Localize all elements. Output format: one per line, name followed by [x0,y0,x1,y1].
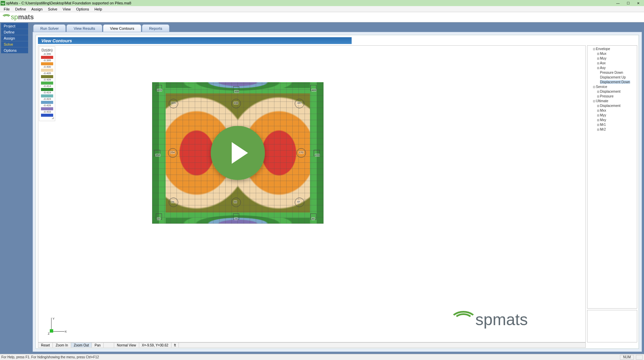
tree-node[interactable]: ⊟Ultimate⊞Displacement⊞Mxx⊞Myy⊞Mxy⊞Mr1⊞M… [593,99,636,132]
tree-toggle-icon[interactable]: ⊞ [597,61,600,66]
tab-view-contours[interactable]: View Contours [103,24,141,32]
tree-node[interactable]: ⊟Envelope⊞Mux⊞Muy⊞Asx⊞Asy Pressure Down … [593,47,636,85]
tree-leaf[interactable]: ⊞Asy [597,66,636,70]
axis-x-label: X [65,330,67,333]
close-button[interactable]: ✕ [633,0,643,6]
tree-label: Service [596,85,607,89]
menu-help[interactable]: Help [92,7,105,12]
node-label: 273 [315,154,320,157]
app-icon: sp [1,1,5,5]
panel-title: View Contours [38,37,352,44]
nav-define[interactable]: Define [1,29,28,35]
contour-plot[interactable]: 4294384472542707988974714884892522732728… [152,82,324,224]
status-help-text: For Help, press F1. For hiding/showing t… [1,355,99,359]
tree-toggle-icon[interactable]: ⊞ [597,108,600,113]
menu-define[interactable]: Define [13,7,29,12]
tree-toggle-icon[interactable]: ⊞ [597,122,600,127]
tree-leaf[interactable]: Pressure Down [597,70,636,75]
menu-view[interactable]: View [60,7,74,12]
nav-assign[interactable]: Assign [1,35,28,41]
node-label: 49 [311,217,315,220]
watermark-prefix: sp [475,311,493,329]
tab-view-results[interactable]: View Results [66,24,102,32]
legend-value: -0.419 [40,91,55,94]
legend-title: Dz(dn) [40,47,55,52]
menu-options[interactable]: Options [74,7,92,12]
zoom-in-button[interactable]: Zoom In [53,343,71,347]
tree-toggle-icon[interactable]: ⊟ [593,85,596,89]
tree-toggle-icon[interactable]: ⊟ [593,47,596,51]
tree-leaf[interactable]: ⊞Mr1 [597,122,636,127]
legend-resize-grip-icon[interactable]: ◢ [40,117,55,119]
tree-toggle-icon[interactable]: ⊞ [597,66,600,70]
pan-button[interactable]: Pan [92,343,104,347]
tree-toggle-icon[interactable]: ⊟ [593,99,596,104]
legend-row: -0.400 [40,65,55,72]
normal-view-button[interactable]: Normal View [114,343,139,347]
tab-run-solver[interactable]: Run Solver [33,24,66,32]
tree-toggle-icon[interactable]: ⊞ [597,118,600,122]
tree-leaf[interactable]: ⊞Displacement [597,89,636,94]
tree-toggle-icon[interactable]: ⊞ [597,113,600,118]
tree-toggle-icon[interactable]: ⊞ [597,89,600,94]
view-toolbar: Reset Zoom In Zoom Out Pan Normal View X… [38,342,586,348]
legend-swatch [41,69,53,72]
work-area: Run Solver View Results View Contours Re… [30,22,642,352]
tree-node[interactable]: ⊟Service⊞Displacement⊞Pressure [593,85,636,99]
tree-label: Envelope [596,47,610,51]
coord-readout: X=-9.59, Y=30.62 [139,343,171,347]
tree-toggle-icon[interactable]: ⊞ [597,56,600,61]
legend-row: -0.414 [40,85,55,91]
nav-options[interactable]: Options [1,47,28,53]
tree-leaf[interactable]: Displacement Down [597,80,636,85]
tree-leaf[interactable]: ⊞Asx [597,61,636,66]
tree-label: Pressure [600,94,614,98]
menu-file[interactable]: File [1,7,13,12]
tree-leaf[interactable]: ⊞Myy [597,113,636,118]
tree-label: Asx [600,61,606,65]
tree-toggle-icon[interactable]: ⊞ [597,104,600,108]
main-frame: Project Define Assign Solve Options Run … [0,22,644,354]
tree-leaf[interactable]: ⊞Pressure [597,94,636,99]
tree-toggle-icon[interactable]: ⊞ [597,94,600,99]
play-button[interactable] [211,126,265,180]
play-icon [232,142,248,164]
tree-leaf[interactable]: ⊞Mux [597,51,636,56]
tree-leaf[interactable]: ⊞Muy [597,56,636,61]
menu-solve[interactable]: Solve [45,7,60,12]
properties-mini-panel [587,310,637,342]
node-label: 488 [234,90,239,93]
legend-row: -0.390 [40,52,55,59]
tree-spacer [597,70,600,75]
tree-leaf[interactable]: ⊞Displacement [597,104,636,108]
legend-row: -0.428 [40,104,55,110]
legend-row: -0.424 [40,97,55,104]
tree-toggle-icon[interactable]: ⊞ [597,127,600,132]
tree-leaf[interactable]: ⊞Mxy [597,118,636,122]
maximize-button[interactable]: ☐ [623,0,633,6]
tree-leaf[interactable]: Displacement Up [597,75,636,80]
nav-project[interactable]: Project [1,23,28,29]
tree-label: Muy [600,57,606,60]
nav-solve[interactable]: Solve [1,41,28,47]
drawing-canvas[interactable]: Dz(dn) -0.390 -0.395 -0.400 -0.405 -0.40… [38,45,586,342]
menu-assign[interactable]: Assign [29,7,45,12]
legend-swatch [41,88,53,91]
tree-label: Mr2 [600,128,606,131]
tab-reports[interactable]: Reports [142,24,169,32]
status-bar: For Help, press F1. For hiding/showing t… [0,354,644,360]
reset-button[interactable]: Reset [38,343,53,347]
zoom-out-button[interactable]: Zoom Out [71,343,92,347]
color-legend[interactable]: Dz(dn) -0.390 -0.395 -0.400 -0.405 -0.40… [39,46,55,121]
tree-leaf[interactable]: ⊞Mr2 [597,127,636,132]
minimize-button[interactable]: — [613,0,623,6]
axis-gizmo: Y X Z [46,318,64,336]
menubar: File Define Assign Solve View Options He… [0,6,644,12]
node-label: 471 [157,89,162,92]
tree-leaf[interactable]: ⊞Mxx [597,108,636,113]
legend-swatch [41,101,53,104]
node-label: 429 [171,102,176,105]
legend-swatch [41,94,53,97]
node-label: 79 [171,200,174,203]
tree-toggle-icon[interactable]: ⊞ [597,51,600,56]
